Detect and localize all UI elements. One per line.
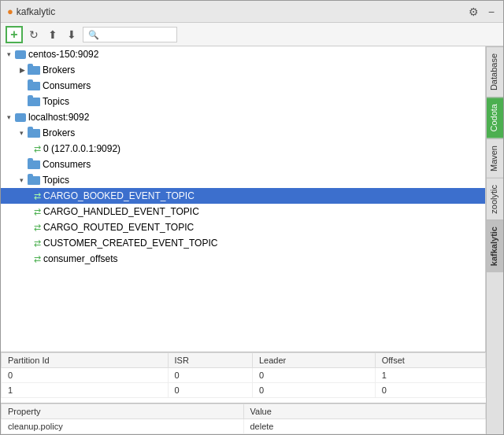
chevron-down-icon: ▾ [20, 129, 28, 137]
chevron-down-icon: ▾ [7, 113, 15, 121]
topic-cargo-handled[interactable]: ⇄ CARGO_HANDLED_EVENT_TOPIC [1, 204, 485, 219]
broker-label: 0 (127.0.0.1:9092) [43, 143, 120, 154]
sidebar-tab-kafkalytic[interactable]: kafkalytic [487, 219, 503, 272]
topic-icon: ⇄ [34, 238, 41, 249]
chevron-down-icon: ▾ [20, 176, 28, 184]
topic-icon: ⇄ [34, 207, 41, 217]
table-row: 1 0 0 0 [2, 383, 486, 398]
folder-icon [28, 98, 40, 106]
folder-label: Consumers [43, 80, 91, 91]
left-panel: ▾ centos-150:9092 ▶ Brokers ▶ Consumers [1, 46, 486, 434]
cell-offset: 0 [375, 383, 485, 398]
content-area: ▾ centos-150:9092 ▶ Brokers ▶ Consumers [1, 46, 503, 434]
table-row: cleanup.policy delete [2, 419, 486, 434]
topic-icon: ⇄ [34, 191, 41, 201]
table-row: 0 0 0 1 [2, 368, 486, 383]
folder-label: Topics [43, 175, 69, 186]
sidebar-tab-maven[interactable]: Maven [487, 138, 503, 178]
add-button[interactable]: + [6, 26, 23, 43]
col-value: Value [243, 404, 486, 419]
server-icon [15, 113, 26, 122]
upload-button[interactable]: ⬆ [45, 27, 61, 42]
cell-partition-id: 0 [2, 368, 169, 383]
topic-label: CUSTOMER_CREATED_EVENT_TOPIC [43, 238, 217, 249]
folder-label: Consumers [43, 159, 91, 170]
properties-section: Property Value cleanup.policy delete [1, 403, 486, 434]
folder-icon [28, 66, 40, 75]
download-button[interactable]: ⬇ [64, 27, 80, 42]
broker-icon: ⇄ [34, 144, 41, 154]
server-node-localhost[interactable]: ▾ localhost:9092 [1, 109, 485, 125]
topic-label: consumer_offsets [43, 253, 118, 264]
col-leader: Leader [252, 353, 375, 368]
sidebar-tab-codota[interactable]: Codota [487, 97, 503, 138]
app-title: kafkalytic [17, 6, 55, 17]
server-icon [15, 50, 26, 59]
chevron-right-icon: ▶ [20, 66, 28, 74]
topics-folder-centos[interactable]: ▶ Topics [1, 94, 485, 109]
folder-icon [28, 160, 40, 169]
search-input[interactable] [83, 27, 177, 42]
topic-label: CARGO_BOOKED_EVENT_TOPIC [43, 190, 195, 201]
server-node-centos[interactable]: ▾ centos-150:9092 [1, 46, 485, 62]
col-offset: Offset [375, 353, 485, 368]
server-label: localhost:9092 [28, 112, 89, 123]
col-partition-id: Partition Id [2, 353, 169, 368]
cell-isr: 0 [168, 383, 252, 398]
toolbar: + ↻ ⬆ ⬇ [1, 23, 503, 46]
topic-customer-created[interactable]: ⇄ CUSTOMER_CREATED_EVENT_TOPIC [1, 235, 485, 251]
minimize-button[interactable]: − [486, 5, 497, 19]
consumers-folder-localhost[interactable]: ▶ Consumers [1, 157, 485, 172]
topic-label: CARGO_HANDLED_EVENT_TOPIC [43, 206, 199, 217]
cell-value: delete [243, 419, 486, 434]
col-isr: ISR [168, 353, 252, 368]
chevron-down-icon: ▾ [7, 50, 15, 58]
folder-label: Brokers [43, 65, 75, 76]
cell-leader: 0 [252, 368, 375, 383]
folder-icon [28, 176, 40, 185]
topic-consumer-offsets[interactable]: ⇄ consumer_offsets [1, 251, 485, 267]
topics-folder-localhost[interactable]: ▾ Topics [1, 172, 485, 188]
partitions-section: Partition Id ISR Leader Offset 0 0 0 1 [1, 352, 486, 398]
cell-leader: 0 [252, 383, 375, 398]
title-bar: ● kafkalytic ⚙ − [1, 1, 503, 23]
folder-icon [28, 82, 40, 90]
brokers-folder-localhost[interactable]: ▾ Brokers [1, 125, 485, 141]
brokers-folder-centos[interactable]: ▶ Brokers [1, 62, 485, 78]
right-sidebar: Database Codota Maven zoolytic kafkalyti… [486, 46, 503, 434]
server-label: centos-150:9092 [28, 49, 98, 60]
sidebar-tab-zoolytic[interactable]: zoolytic [487, 178, 503, 220]
refresh-button[interactable]: ↻ [26, 27, 42, 42]
folder-label: Brokers [43, 127, 75, 138]
folder-icon [28, 129, 40, 138]
cell-property: cleanup.policy [2, 419, 244, 434]
col-property: Property [2, 404, 244, 419]
settings-button[interactable]: ⚙ [466, 5, 481, 19]
properties-table: Property Value cleanup.policy delete [1, 404, 486, 434]
app-icon: ● [7, 6, 13, 17]
topic-cargo-booked[interactable]: ⇄ CARGO_BOOKED_EVENT_TOPIC [1, 188, 485, 204]
cell-offset: 1 [375, 368, 485, 383]
consumers-folder-centos[interactable]: ▶ Consumers [1, 78, 485, 94]
cell-partition-id: 1 [2, 383, 169, 398]
sidebar-tab-database[interactable]: Database [487, 46, 503, 97]
topic-icon: ⇄ [34, 254, 41, 264]
topic-label: CARGO_ROUTED_EVENT_TOPIC [43, 222, 194, 233]
partitions-table: Partition Id ISR Leader Offset 0 0 0 1 [1, 352, 486, 398]
cell-isr: 0 [168, 368, 252, 383]
broker-0-node[interactable]: ⇄ 0 (127.0.0.1:9092) [1, 141, 485, 157]
topic-icon: ⇄ [34, 223, 41, 233]
tree-panel: ▾ centos-150:9092 ▶ Brokers ▶ Consumers [1, 46, 486, 352]
topic-cargo-routed[interactable]: ⇄ CARGO_ROUTED_EVENT_TOPIC [1, 219, 485, 235]
folder-label: Topics [43, 96, 69, 107]
